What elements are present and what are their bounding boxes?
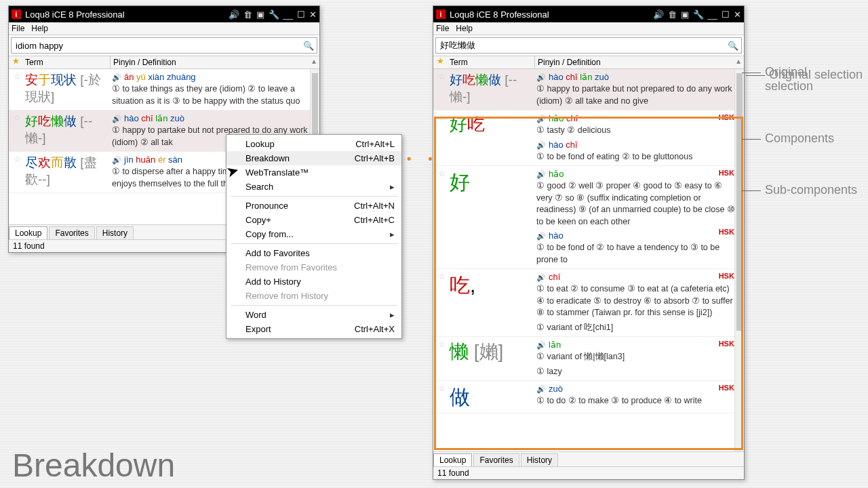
definition: ① to be fond of eating ② to be gluttonou… xyxy=(536,151,738,163)
pinyin: hào chī lǎn zuò xyxy=(549,72,609,82)
star-icon[interactable]: ☆ xyxy=(435,113,448,163)
status-bar: 11 found xyxy=(433,466,744,479)
search-input[interactable] xyxy=(436,38,725,53)
minimize-icon[interactable]: __ xyxy=(283,9,293,20)
speaker-icon[interactable]: 🔊 xyxy=(536,273,546,281)
result-entry[interactable]: ☆ 吃, HSK1🔊chī① to eat ② to consume ③ to … xyxy=(433,269,744,337)
speaker-icon[interactable]: 🔊 xyxy=(536,385,546,393)
search-bar: 🔍 xyxy=(435,37,742,54)
maximize-icon[interactable]: ☐ xyxy=(722,9,730,20)
speaker-icon[interactable]: 🔊 xyxy=(112,115,121,123)
menu-remhist: Remove from History xyxy=(226,289,401,303)
menu-breakdown[interactable]: BreakdownCtrl+Alt+B xyxy=(226,151,401,165)
scroll-up-icon[interactable]: ▴ xyxy=(309,56,319,68)
star-icon[interactable]: ☆ xyxy=(10,113,24,148)
close-icon[interactable]: ✕ xyxy=(734,9,741,20)
maximize-icon[interactable]: ☐ xyxy=(297,9,305,20)
tab-lookup[interactable]: Lookup xyxy=(433,453,472,466)
menu-help[interactable]: Help xyxy=(31,24,48,33)
term: 懒 [嬾] xyxy=(448,340,536,378)
label-components: Components xyxy=(742,131,834,146)
menu-webtranslate[interactable]: WebTranslate™ xyxy=(226,165,401,180)
result-entry[interactable]: ☆ 安于现状 [-於現狀] 🔊ān yú xiàn zhuàng① to tak… xyxy=(9,69,319,110)
app-icon: i xyxy=(12,9,21,19)
column-header: ★ Term Pinyin / Definition ▴ xyxy=(433,56,744,69)
titlebar: i Loqu8 iCE 8 Professional 🔊 🗑 ▣ 🔧 __ ☐ … xyxy=(9,6,319,22)
tab-favorites[interactable]: Favorites xyxy=(473,453,519,466)
col-term[interactable]: Term xyxy=(447,56,535,68)
result-entry[interactable]: ☆ 好吃 HSK2🔊hǎo chī① tasty ② delicious 🔊hà… xyxy=(433,110,744,166)
star-icon[interactable]: ☆ xyxy=(10,72,24,107)
scrollbar[interactable] xyxy=(734,69,744,451)
definition: ① variant of 懶|懒[lan3] xyxy=(536,351,738,363)
search-icon[interactable]: 🔍 xyxy=(300,38,317,53)
definition: ① lazy xyxy=(536,366,738,378)
menu-search[interactable]: Search▸ xyxy=(226,180,401,194)
menu-export[interactable]: ExportCtrl+Alt+X xyxy=(226,322,401,336)
col-term[interactable]: Term xyxy=(22,56,111,68)
menu-remfav: Remove from Favorites xyxy=(226,260,401,274)
star-icon[interactable]: ☆ xyxy=(10,155,24,190)
term: 吃, xyxy=(448,272,536,333)
menu-lookup[interactable]: LookupCtrl+Alt+L xyxy=(226,137,401,151)
speaker-icon[interactable]: 🔊 xyxy=(653,9,664,20)
star-icon[interactable]: ☆ xyxy=(435,272,448,333)
menu-word[interactable]: Word▸ xyxy=(226,308,401,322)
speaker-icon[interactable]: 🔊 xyxy=(112,73,121,81)
menu-copyfrom[interactable]: Copy from...▸ xyxy=(226,227,401,241)
term: 好吃懒做 [--懶-] xyxy=(448,72,536,107)
menu-pronounce[interactable]: PronounceCtrl+Alt+N xyxy=(226,199,401,213)
minimize-icon[interactable]: __ xyxy=(708,9,717,20)
wrench-icon[interactable]: 🔧 xyxy=(693,9,704,20)
menu-help[interactable]: Help xyxy=(456,24,473,33)
term: 安于现状 [-於現狀] xyxy=(24,72,112,107)
star-icon[interactable]: ☆ xyxy=(435,72,448,107)
trash-icon[interactable]: 🗑 xyxy=(668,9,677,20)
search-icon[interactable]: 🔍 xyxy=(725,38,741,53)
definition: ① variant of 吃[chi1] xyxy=(536,322,738,334)
pinyin: zuò xyxy=(549,384,563,394)
page-title: Breakdown xyxy=(12,447,175,484)
star-icon[interactable]: ☆ xyxy=(435,384,448,410)
tab-lookup[interactable]: Lookup xyxy=(9,226,47,239)
right-window: i Loqu8 iCE 8 Professional 🔊 🗑 ▣ 🔧 __ ☐ … xyxy=(433,5,745,480)
speaker-icon[interactable]: 🔊 xyxy=(536,170,546,178)
star-icon[interactable]: ☆ xyxy=(435,169,448,266)
search-input[interactable] xyxy=(12,38,300,53)
menu-addhist[interactable]: Add to History xyxy=(226,274,401,289)
speaker-icon[interactable]: 🔊 xyxy=(536,73,546,81)
result-entry[interactable]: ☆ 做 HSK1🔊zuò① to do ② to make ③ to produ… xyxy=(433,381,744,413)
pinyin: hǎo xyxy=(549,169,564,179)
speaker-icon[interactable]: 🔊 xyxy=(536,232,546,240)
speaker-icon[interactable]: 🔊 xyxy=(112,156,121,164)
tab-history[interactable]: History xyxy=(96,226,134,239)
speaker-icon[interactable]: 🔊 xyxy=(536,141,546,149)
tab-history[interactable]: History xyxy=(521,453,558,466)
menu-file[interactable]: File xyxy=(12,24,24,33)
speaker-icon[interactable]: 🔊 xyxy=(229,9,239,20)
star-icon[interactable]: ☆ xyxy=(435,340,448,378)
app-icon: i xyxy=(436,9,446,19)
menu-addfav[interactable]: Add to Favorites xyxy=(226,246,401,260)
tab-favorites[interactable]: Favorites xyxy=(49,226,94,239)
menu-file[interactable]: File xyxy=(436,24,449,33)
speaker-icon[interactable]: 🔊 xyxy=(536,341,546,349)
pinyin: hǎo chī xyxy=(549,113,578,123)
camera-icon[interactable]: ▣ xyxy=(256,9,264,20)
trash-icon[interactable]: 🗑 xyxy=(243,9,252,20)
wrench-icon[interactable]: 🔧 xyxy=(269,9,279,20)
result-entry[interactable]: ☆ 好吃懒做 [--懶-] 🔊hào chī lǎn zuò① happy to… xyxy=(433,69,744,110)
star-header-icon[interactable]: ★ xyxy=(433,56,447,68)
result-entry[interactable]: ☆ 懒 [嬾] HSK4🔊lǎn① variant of 懶|懒[lan3] ①… xyxy=(433,337,744,381)
camera-icon[interactable]: ▣ xyxy=(681,9,689,20)
menu-copyplus[interactable]: Copy+Ctrl+Alt+C xyxy=(226,213,401,227)
speaker-icon[interactable]: 🔊 xyxy=(536,115,546,123)
star-header-icon[interactable]: ★ xyxy=(9,56,22,68)
col-def[interactable]: Pinyin / Definition xyxy=(111,56,309,68)
definition: ① to take things as they are (idiom) ② t… xyxy=(112,83,314,107)
menubar: File Help xyxy=(9,22,319,35)
close-icon[interactable]: ✕ xyxy=(309,9,317,20)
result-entry[interactable]: ☆ 好 HSK1🔊hǎo① good ② well ③ proper ④ goo… xyxy=(433,166,744,269)
tabs-bar: Lookup Favorites History xyxy=(433,451,744,466)
col-def[interactable]: Pinyin / Definition xyxy=(535,56,733,68)
